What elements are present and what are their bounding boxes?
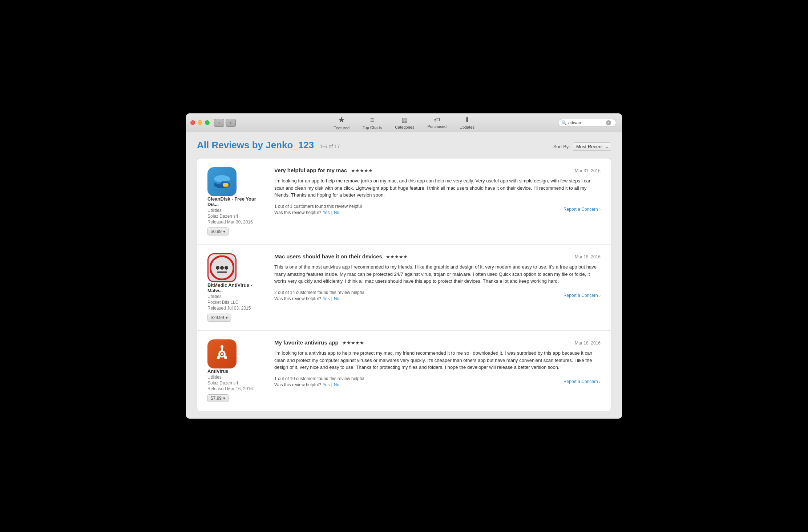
top-charts-label: Top Charts — [363, 125, 382, 130]
app-sidebar: AntiVirus Utilities Solaz Dazen srl Rele… — [207, 339, 266, 402]
review-content: Very helpful app for my mac ★★★★★ Mar 31… — [274, 167, 601, 235]
review-item: BitMedic AntiVirus - Malw... Utilities P… — [197, 245, 611, 331]
sort-select[interactable]: Most Recent Most Helpful Favorable Criti… — [573, 142, 611, 151]
search-area: 🔍 ✕ — [558, 119, 616, 127]
app-released: Released Jul 03, 2015 — [207, 306, 266, 311]
sort-select-wrapper: Most Recent Most Helpful Favorable Criti… — [573, 142, 611, 151]
page-header: All Reviews by Jenko_123 1-6 of 17 Sort … — [197, 140, 611, 151]
categories-label: Categories — [395, 125, 414, 129]
minimize-button[interactable] — [198, 120, 202, 125]
nav-arrows: ‹ › — [214, 119, 236, 127]
review-item: CleanDisk - Free Your Dis... Utilities S… — [197, 158, 611, 245]
review-body: This is one of the most antivirus app i … — [274, 263, 601, 285]
updates-label: Updates — [460, 125, 474, 129]
sort-area: Sort By: Most Recent Most Helpful Favora… — [553, 142, 611, 151]
app-price-button[interactable]: $29.99 ▾ — [207, 314, 231, 322]
traffic-lights — [190, 120, 210, 125]
review-stars: ★★★★★ — [351, 168, 373, 173]
app-developer: Pocket Bits LLC — [207, 300, 266, 305]
close-button[interactable] — [190, 120, 195, 125]
report-concern-link[interactable]: Report a Concern — [563, 293, 601, 298]
price-dropdown-icon: ▾ — [223, 229, 225, 234]
app-name[interactable]: BitMedic AntiVirus - Malw... — [207, 282, 266, 293]
price-dropdown-icon: ▾ — [223, 396, 225, 401]
helpful-info: 2 out of 14 customers found this review … — [274, 290, 364, 301]
app-name[interactable]: CleanDisk - Free Your Dis... — [207, 196, 266, 207]
price-dropdown-icon: ▾ — [226, 315, 228, 320]
purchased-icon: 🏷 — [434, 117, 440, 123]
review-header: My favorite antivirus app ★★★★★ Mar 18, … — [274, 339, 601, 346]
review-stars: ★★★★★ — [386, 254, 408, 259]
toolbar-item-categories[interactable]: ▦ Categories — [388, 114, 421, 131]
review-footer: 2 out of 14 customers found this review … — [274, 290, 601, 301]
review-footer: 1 out of 10 customers found this review … — [274, 376, 601, 387]
vote-no-link[interactable]: No — [334, 382, 339, 387]
report-concern-link[interactable]: Report a Concern — [563, 379, 601, 384]
vote-no-link[interactable]: No — [334, 210, 339, 215]
forward-icon: › — [230, 120, 231, 125]
svg-point-16 — [224, 356, 227, 359]
app-price-button[interactable]: $0.99 ▾ — [207, 227, 229, 235]
app-category: Utilities — [207, 294, 266, 299]
helpful-votes: Was this review helpful? Yes | No — [274, 210, 362, 215]
review-title: Mac users should have it on their device… — [274, 253, 382, 259]
price-label: $0.99 — [211, 229, 222, 234]
app-name[interactable]: AntiVirus — [207, 368, 266, 374]
featured-label: Featured — [334, 126, 350, 130]
report-concern-link[interactable]: Report a Concern — [563, 207, 601, 212]
page-title: All Reviews by Jenko_123 — [197, 140, 314, 151]
helpful-prompt: Was this review helpful? — [274, 382, 321, 387]
toolbar-item-top-charts[interactable]: ≡ Top Charts — [356, 114, 388, 131]
back-icon: ‹ — [218, 120, 220, 125]
helpful-prompt: Was this review helpful? — [274, 210, 321, 215]
page-count: 1-6 of 17 — [320, 144, 340, 149]
cleandisk-app-icon[interactable] — [207, 167, 237, 196]
svg-point-17 — [217, 356, 220, 359]
review-body: I'm looking for an app to help me remove… — [274, 177, 601, 199]
bitmedic-app-icon[interactable] — [207, 253, 237, 282]
svg-point-19 — [221, 353, 223, 355]
sort-label: Sort By: — [553, 144, 570, 149]
toolbar-item-updates[interactable]: ⬇ Updates — [453, 114, 481, 131]
app-sidebar: CleanDisk - Free Your Dis... Utilities S… — [207, 167, 266, 235]
categories-icon: ▦ — [401, 116, 408, 124]
app-price-button[interactable]: $7.99 ▾ — [207, 394, 229, 402]
review-header: Mac users should have it on their device… — [274, 253, 601, 260]
helpful-prompt: Was this review helpful? — [274, 296, 321, 301]
search-input[interactable] — [568, 120, 605, 125]
vote-yes-link[interactable]: Yes — [323, 210, 330, 215]
search-clear-button[interactable]: ✕ — [606, 120, 611, 125]
review-date: Mar 31, 2016 — [575, 168, 601, 173]
review-body: I'm looking for a antivirus app to help … — [274, 350, 601, 371]
app-developer: Solaz Dazen srl — [207, 214, 266, 219]
purchased-label: Purchased — [427, 124, 447, 129]
review-stars: ★★★★★ — [342, 340, 364, 346]
toolbar-nav: ★ Featured ≡ Top Charts ▦ Categories 🏷 P… — [327, 114, 481, 132]
app-released: Released Mar 30, 2016 — [207, 219, 266, 225]
review-title-area: Mac users should have it on their device… — [274, 253, 408, 260]
review-footer: 1 out of 1 customers found this review h… — [274, 204, 601, 215]
forward-button[interactable]: › — [226, 119, 236, 127]
vote-yes-link[interactable]: Yes — [323, 382, 330, 387]
toolbar-item-featured[interactable]: ★ Featured — [327, 114, 356, 132]
updates-icon: ⬇ — [464, 116, 470, 124]
svg-point-7 — [216, 266, 219, 270]
vote-yes-link[interactable]: Yes — [323, 296, 330, 301]
maximize-button[interactable] — [205, 120, 210, 125]
helpful-votes: Was this review helpful? Yes | No — [274, 382, 364, 387]
toolbar-item-purchased[interactable]: 🏷 Purchased — [421, 115, 453, 130]
svg-point-15 — [221, 345, 223, 348]
vote-no-link[interactable]: No — [334, 296, 339, 301]
review-header: Very helpful app for my mac ★★★★★ Mar 31… — [274, 167, 601, 174]
vote-separator: | — [331, 210, 332, 215]
svg-rect-10 — [217, 271, 227, 273]
review-item: AntiVirus Utilities Solaz Dazen srl Rele… — [197, 331, 611, 411]
top-charts-icon: ≡ — [370, 116, 375, 124]
helpful-count: 2 out of 14 customers found this review … — [274, 290, 364, 295]
app-window: ‹ › ★ Featured ≡ Top Charts ▦ Categories… — [186, 113, 622, 419]
back-button[interactable]: ‹ — [214, 119, 224, 127]
review-title-area: Very helpful app for my mac ★★★★★ — [274, 167, 373, 174]
vote-separator: | — [331, 296, 332, 301]
featured-icon: ★ — [338, 115, 345, 125]
antivirus-app-icon[interactable] — [207, 339, 237, 368]
